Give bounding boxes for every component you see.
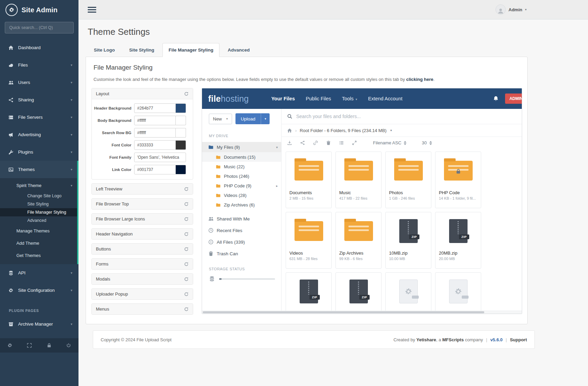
tree-item-all-files[interactable]: All Files (339) xyxy=(202,236,281,248)
refresh-icon[interactable] xyxy=(184,292,189,297)
sidebar-item-spirit-theme[interactable]: Spirit Theme ▾ xyxy=(0,179,78,192)
panel-header[interactable]: Forms xyxy=(92,259,193,269)
tab-site-styling[interactable]: Site Styling xyxy=(123,43,161,57)
bell-icon[interactable] xyxy=(493,96,499,102)
color-swatch[interactable] xyxy=(176,116,186,125)
per-page-selector[interactable]: 30 xyxy=(422,140,432,145)
preview-nav-tools[interactable]: Tools▾ xyxy=(342,96,357,101)
font-family-input[interactable] xyxy=(134,153,186,162)
sidebar-item-advanced[interactable]: Advanced xyxy=(0,216,78,225)
quick-search-input[interactable] xyxy=(5,22,74,33)
font-color-input[interactable] xyxy=(134,140,176,150)
body-background-input[interactable] xyxy=(134,116,176,125)
file-card-10mb-zip[interactable]: ZIP 10MB.zip 10.00 MB xyxy=(385,212,431,269)
tree-item-my-files[interactable]: My Files (9) ▾ xyxy=(202,142,281,152)
panel-header[interactable]: Uploader Popup xyxy=(92,289,193,299)
file-card-php-code[interactable]: PHP Code 14 KB - 1 folder, 9 fil... xyxy=(435,152,481,208)
sidebar-item-api[interactable]: API ▾ xyxy=(0,264,78,282)
list-view-icon[interactable] xyxy=(339,140,344,145)
preview-nav-extend-account[interactable]: Extend Account xyxy=(368,96,403,101)
panel-header[interactable]: File Browser Large Icons xyxy=(92,214,193,224)
expand-icon[interactable] xyxy=(352,140,357,145)
refresh-icon[interactable] xyxy=(184,187,189,191)
file-card-5mb-zip[interactable]: ZIP 5MB.zip 5.00 MB xyxy=(335,272,382,314)
sidebar-item-users[interactable]: Users ▾ xyxy=(0,74,78,91)
clicking-here-link[interactable]: clicking here xyxy=(406,77,433,82)
file-card-20mb-zip[interactable]: ZIP 20MB.zip 20.00 MB xyxy=(435,212,481,269)
refresh-icon[interactable] xyxy=(184,202,189,206)
header-background-input[interactable] xyxy=(134,103,176,113)
sidebar-item-site-styling[interactable]: Site Styling xyxy=(0,200,78,208)
file-card-photos[interactable]: Photos 1 GB - 246 files xyxy=(385,152,431,208)
link-color-input[interactable] xyxy=(134,165,176,174)
tree-item-trash-can[interactable]: Trash Can xyxy=(202,248,281,259)
download-icon[interactable] xyxy=(287,140,292,145)
search-row-bg-input[interactable] xyxy=(134,128,176,138)
refresh-icon[interactable] xyxy=(184,91,189,96)
logout-button[interactable] xyxy=(59,338,79,353)
sidebar-item-get-themes[interactable]: Get Themes xyxy=(0,249,78,261)
horizontal-scrollbar[interactable] xyxy=(202,311,522,314)
panel-header[interactable]: Left Treeview xyxy=(92,184,193,194)
refresh-icon[interactable] xyxy=(184,247,189,252)
panel-header[interactable]: Buttons xyxy=(92,244,193,254)
admin-badge[interactable]: ADMIN xyxy=(505,94,522,104)
refresh-icon[interactable] xyxy=(184,217,189,221)
sidebar-item-sharing[interactable]: Sharing ▾ xyxy=(0,91,78,109)
fullscreen-button[interactable] xyxy=(20,338,40,353)
tree-item-videos[interactable]: Videos (28) xyxy=(202,190,281,200)
mfscripts-link[interactable]: MFScripts xyxy=(442,337,464,342)
file-card-partial[interactable] xyxy=(435,272,481,314)
upload-button[interactable]: Upload▾ xyxy=(235,113,270,124)
panel-layout-header[interactable]: Layout xyxy=(92,88,193,99)
tab-site-logo[interactable]: Site Logo xyxy=(88,43,121,57)
sidebar-item-manage-themes[interactable]: Manage Themes xyxy=(0,225,78,237)
color-swatch[interactable] xyxy=(176,128,186,138)
sidebar-item-dashboard[interactable]: Dashboard xyxy=(0,39,78,56)
support-link[interactable]: Support xyxy=(510,337,527,342)
tree-item-documents[interactable]: Documents (15) xyxy=(202,152,281,162)
user-menu[interactable]: Admin ▾ xyxy=(496,4,527,15)
sort-selector[interactable]: Filename ASC xyxy=(373,140,406,145)
tree-item-music[interactable]: Music (22) xyxy=(202,162,281,171)
breadcrumb-text[interactable]: Root Folder - 6 Folders, 9 Files (234.14… xyxy=(300,128,386,133)
home-icon[interactable] xyxy=(287,128,292,133)
color-swatch[interactable] xyxy=(176,165,186,174)
trash-icon[interactable] xyxy=(326,140,331,145)
tree-item-recent-files[interactable]: Recent Files xyxy=(202,225,281,236)
sidebar-item-add-theme[interactable]: Add Theme xyxy=(0,237,78,249)
file-card-videos[interactable]: Videos 631 MB - 28 files xyxy=(286,212,332,269)
lock-button[interactable] xyxy=(39,338,59,353)
color-swatch[interactable] xyxy=(176,103,186,113)
refresh-icon[interactable] xyxy=(184,277,189,282)
tab-advanced[interactable]: Advanced xyxy=(221,43,256,57)
file-search-input[interactable] xyxy=(296,114,516,119)
panel-header[interactable]: Modals xyxy=(92,274,193,284)
menu-toggle-button[interactable] xyxy=(88,7,96,13)
refresh-icon[interactable] xyxy=(184,307,189,312)
sidebar-item-themes[interactable]: Themes ▾ xyxy=(0,161,78,178)
refresh-icon[interactable] xyxy=(184,262,189,267)
refresh-icon[interactable] xyxy=(184,232,189,237)
sidebar-item-files[interactable]: Files ▾ xyxy=(0,56,78,74)
file-card-documents[interactable]: Documents 2 MB - 15 files xyxy=(286,152,332,208)
file-card-zip-archives[interactable]: Zip Archives 99 KB - 6 files xyxy=(335,212,382,269)
sidebar-item-advertising[interactable]: Advertising ▾ xyxy=(0,126,78,143)
sidebar-item-archive-manager[interactable]: Archive Manager ▾ xyxy=(0,315,78,333)
sidebar-item-file-manager-styling[interactable]: File Manager Styling xyxy=(0,208,78,216)
file-card-50mb-zip[interactable]: ZIP 50MB.zip 50.00 MB xyxy=(286,272,332,314)
panel-header[interactable]: Menus xyxy=(92,304,193,314)
file-card-partial[interactable] xyxy=(385,272,431,314)
preview-nav-your-files[interactable]: Your Files xyxy=(271,96,295,101)
tree-item-photos[interactable]: Photos (246) xyxy=(202,171,281,181)
tree-item-php-code[interactable]: PHP Code (9) ▸ xyxy=(202,181,281,190)
new-button[interactable]: New▾ xyxy=(209,114,232,124)
share-icon[interactable] xyxy=(300,140,305,145)
sidebar-item-change-site-logo[interactable]: Change Site Logo xyxy=(0,192,78,200)
tab-file-manager-styling[interactable]: File Manager Styling xyxy=(162,43,219,57)
scrollbar-thumb[interactable] xyxy=(203,311,484,313)
panel-header[interactable]: File Browser Top xyxy=(92,199,193,209)
tree-item-zip-archives[interactable]: Zip Archives (6) xyxy=(202,200,281,210)
color-swatch[interactable] xyxy=(176,140,186,150)
panel-header[interactable]: Header Navigation xyxy=(92,229,193,239)
